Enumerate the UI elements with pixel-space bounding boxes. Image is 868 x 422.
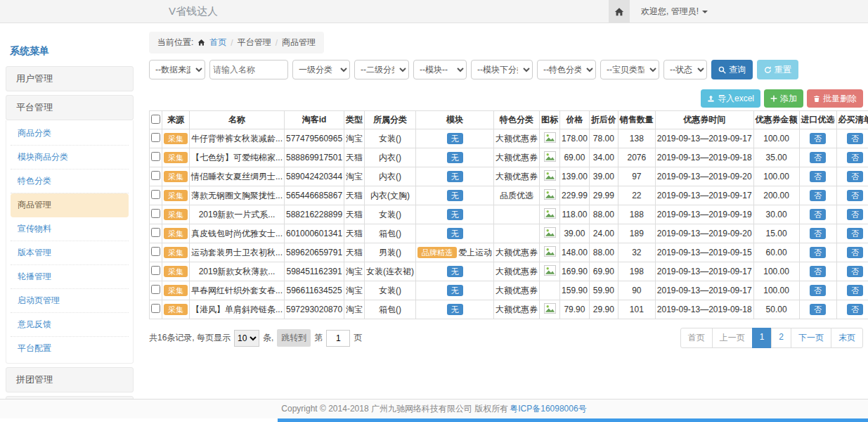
must-buy-badge[interactable]: 否 <box>847 209 863 220</box>
select-all-checkbox[interactable] <box>151 115 160 124</box>
must-buy-badge[interactable]: 否 <box>847 152 863 163</box>
breadcrumb-home-link[interactable]: 首页 <box>209 37 226 49</box>
per-page-select[interactable]: 10 <box>234 330 259 347</box>
coupon-time: 2019-09-13—2019-09-17 <box>655 281 753 300</box>
column-header: 来源 <box>162 111 190 129</box>
import-optimal-badge[interactable]: 否 <box>810 152 826 163</box>
batch-delete-button[interactable]: 批量删除 <box>807 89 863 108</box>
sidebar-item[interactable]: 意见反馈 <box>11 313 129 337</box>
must-buy-badge[interactable]: 否 <box>847 133 863 144</box>
jump-button[interactable]: 跳转到 <box>277 329 311 347</box>
module-badge: 无 <box>447 190 463 201</box>
add-button[interactable]: 添加 <box>764 89 803 108</box>
column-header: 优惠券时间 <box>655 111 753 129</box>
add-label: 添加 <box>780 93 797 105</box>
caret-down-icon <box>702 11 708 13</box>
row-checkbox[interactable] <box>151 133 160 142</box>
import-excel-button[interactable]: 导入excel <box>701 89 760 108</box>
sidebar-group-2[interactable]: 拼团管理 <box>6 367 134 392</box>
product-image-icon <box>544 189 556 202</box>
sidebar: 系统菜单 用户管理平台管理商品分类模块商品分类特色分类商品管理宣传物料版本管理轮… <box>6 39 134 399</box>
price: 229.99 <box>560 186 590 205</box>
user-menu[interactable]: 欢迎您, 管理员! <box>641 6 708 18</box>
table-row: 采集 【港风】单肩斜跨链条... 597293020870 淘宝 箱包() 无 … <box>150 300 868 319</box>
sidebar-group-1[interactable]: 平台管理 <box>6 95 134 120</box>
source-badge: 采集 <box>164 152 188 163</box>
sidebar-item[interactable]: 平台配置 <box>11 337 129 360</box>
filter-select-2[interactable]: --模块-- <box>413 60 467 79</box>
sidebar-menu: 用户管理平台管理商品分类模块商品分类特色分类商品管理宣传物料版本管理轮播管理启动… <box>6 66 134 399</box>
sidebar-item[interactable]: 轮播管理 <box>11 265 129 289</box>
row-checkbox[interactable] <box>151 285 160 294</box>
shop-type: 淘宝 <box>344 167 365 186</box>
home-button[interactable] <box>609 0 630 23</box>
import-optimal-badge[interactable]: 否 <box>810 133 826 144</box>
pager-button[interactable]: 末页 <box>831 328 863 348</box>
name-search-input[interactable] <box>209 60 288 79</box>
must-buy-badge[interactable]: 否 <box>847 304 863 315</box>
must-buy-badge[interactable]: 否 <box>847 190 863 201</box>
filter-select-4[interactable]: --特色分类-- <box>537 60 596 79</box>
import-optimal-badge[interactable]: 否 <box>810 171 826 182</box>
import-optimal-badge[interactable]: 否 <box>810 266 826 277</box>
taoke-id: 596611634525 <box>285 281 344 300</box>
module-badge: 品牌精选 <box>417 247 457 258</box>
table-row: 采集 薄款无钢圈文胸聚拢性... 565446685867 天猫 内衣(文胸) … <box>150 186 868 205</box>
row-checkbox[interactable] <box>151 209 160 218</box>
module-cell: 无 <box>416 224 494 243</box>
sidebar-item[interactable]: 宣传物料 <box>11 217 129 241</box>
pager-button[interactable]: 上一页 <box>712 328 753 348</box>
discount-price: 39.00 <box>589 167 618 186</box>
sidebar-item[interactable]: 特色分类 <box>11 170 129 193</box>
discount-price: 24.00 <box>589 224 618 243</box>
must-buy-badge[interactable]: 否 <box>847 247 863 258</box>
row-checkbox[interactable] <box>151 228 160 237</box>
sidebar-item[interactable]: 启动页管理 <box>11 289 129 313</box>
icp-link[interactable]: 粤ICP备16098006号 <box>510 403 586 415</box>
sidebar-item[interactable]: 模块商品分类 <box>11 146 129 170</box>
filter-select-1[interactable]: --二级分类-- <box>354 60 409 79</box>
sidebar-item[interactable]: 版本管理 <box>11 241 129 265</box>
row-checkbox[interactable] <box>151 247 160 256</box>
page-number-input[interactable] <box>326 330 350 347</box>
row-checkbox[interactable] <box>151 266 160 275</box>
must-buy-badge[interactable]: 否 <box>847 171 863 182</box>
import-optimal-badge[interactable]: 否 <box>810 285 826 296</box>
thumbnail-cell <box>540 262 560 281</box>
bottom-scrollbar[interactable] <box>278 418 868 422</box>
coupon-amount: 100.00 <box>753 129 799 148</box>
import-optimal-badge[interactable]: 否 <box>810 228 826 239</box>
filter-select-6[interactable]: --状态-- <box>663 60 707 79</box>
import-optimal-badge[interactable]: 否 <box>810 247 826 258</box>
import-optimal-badge[interactable]: 否 <box>810 209 826 220</box>
price: 139.00 <box>560 167 590 186</box>
shop-type: 天猫 <box>344 186 365 205</box>
row-checkbox[interactable] <box>151 152 160 161</box>
pager-button[interactable]: 2 <box>771 328 791 348</box>
pager-button[interactable]: 1 <box>752 328 772 348</box>
reset-button[interactable]: 重置 <box>757 60 798 79</box>
must-buy-badge[interactable]: 否 <box>847 266 863 277</box>
product-image-icon <box>544 227 556 240</box>
must-buy-badge[interactable]: 否 <box>847 228 863 239</box>
import-optimal-badge[interactable]: 否 <box>810 190 826 201</box>
shop-type: 天猫 <box>344 205 365 224</box>
pager-button[interactable]: 下一页 <box>791 328 831 348</box>
row-checkbox[interactable] <box>151 171 160 180</box>
sidebar-item-active[interactable]: 商品管理 <box>11 193 129 217</box>
module-cell: 无 <box>416 281 494 300</box>
sidebar-item[interactable]: 商品分类 <box>11 122 129 146</box>
data-source-select[interactable]: --数据来源-- <box>149 60 205 79</box>
filter-select-0[interactable]: 一级分类 <box>292 60 350 79</box>
sidebar-group-0[interactable]: 用户管理 <box>6 66 134 91</box>
filter-select-3[interactable]: --模块下分类-- <box>471 60 533 79</box>
import-optimal-badge[interactable]: 否 <box>810 304 826 315</box>
row-checkbox[interactable] <box>151 304 160 313</box>
must-buy-badge[interactable]: 否 <box>847 285 863 296</box>
table-toolbar: 导入excel添加批量删除 <box>149 89 863 108</box>
pager-button[interactable]: 首页 <box>680 328 713 348</box>
row-checkbox[interactable] <box>151 190 160 199</box>
search-button[interactable]: 查询 <box>711 60 753 79</box>
filter-select-5[interactable]: --宝贝类型-- <box>600 60 659 79</box>
special-category: 大额优惠券 <box>494 129 540 148</box>
